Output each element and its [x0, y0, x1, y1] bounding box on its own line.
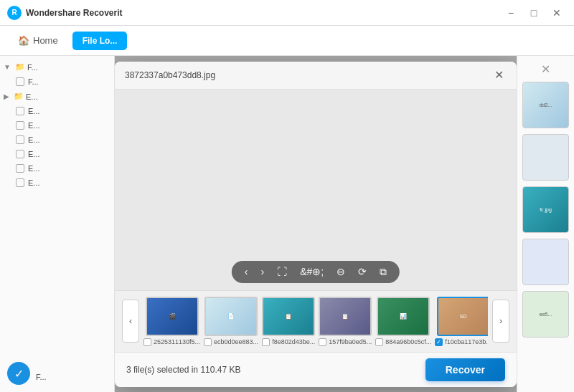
thumb-checkbox-6[interactable]: ✓: [435, 338, 443, 346]
right-thumb-1[interactable]: dd2...: [522, 82, 569, 128]
sidebar-checkbox-4[interactable]: [16, 107, 24, 115]
thumb-item-1: 🎬 2525311130f5...: [144, 297, 200, 346]
sidebar-item-3[interactable]: E...: [0, 118, 114, 133]
strip-next-button[interactable]: ›: [492, 300, 509, 343]
sidebar-item-2[interactable]: E...: [0, 104, 114, 118]
home-label: Home: [33, 35, 58, 46]
right-thumb-label-1: dd2...: [540, 102, 552, 107]
selected-info: 3 file(s) selected in 110.47 KB: [126, 365, 240, 375]
main-layout: ▼ 📁 F... F... ▶ 📁 E... E... E... E...: [0, 56, 574, 392]
thumb-item-6: SD ✓ f10cba117e3b...: [435, 297, 488, 346]
content-area: 3872337a0b473dd8.jpg ✕ V30: [115, 56, 517, 392]
thumb-checkbox-2[interactable]: [204, 338, 212, 346]
thumb-label-4: 157f9ba0ed5...: [329, 338, 372, 345]
sidebar-item-4[interactable]: E...: [0, 133, 114, 147]
app-title-bar: R Wondershare Recoverit − □ ✕: [0, 0, 574, 26]
thumb-checkbox-5[interactable]: [375, 338, 383, 346]
right-panel: ✕ dd2... fc.jpg ee5...: [517, 56, 574, 392]
modal-overlay: 3872337a0b473dd8.jpg ✕ V30: [115, 56, 517, 392]
sidebar-item-label-9: E...: [28, 178, 40, 187]
sidebar-item-label-7: E...: [28, 150, 40, 158]
thumb-image-4[interactable]: 📋: [319, 297, 372, 336]
right-thumb-2[interactable]: [522, 134, 569, 181]
fullscreen-button[interactable]: ⛶: [274, 264, 290, 279]
sidebar-item-7[interactable]: E...: [0, 176, 114, 190]
thumb-image-1[interactable]: 🎬: [146, 297, 199, 336]
zoom-out-button[interactable]: ⊖: [334, 264, 348, 279]
modal-bottom-bar: 3 file(s) selected in 110.47 KB Recover: [115, 352, 517, 387]
strip-prev-button[interactable]: ‹: [122, 300, 139, 343]
home-nav-button[interactable]: 🏠 Home: [11, 32, 65, 49]
sidebar-item-label-6: E...: [28, 135, 40, 144]
close-window-button[interactable]: ✕: [547, 5, 567, 21]
modal-close-button[interactable]: ✕: [491, 67, 507, 83]
preview-toolbar: ‹ › ⛶ &#⊕; ⊖ ⟳ ⧉: [232, 261, 400, 283]
strip-thumbs: 🎬 2525311130f5... 📄: [144, 297, 488, 346]
recover-button[interactable]: Recover: [425, 358, 505, 381]
app-logo: R Wondershare Recoverit: [7, 6, 501, 20]
right-thumb-3[interactable]: fc.jpg: [522, 186, 569, 233]
app-name: Wondershare Recoverit: [26, 8, 123, 18]
sidebar-group-2[interactable]: ▶ 📁 E...: [0, 89, 114, 104]
minimize-button[interactable]: −: [501, 5, 521, 21]
expand-arrow-icon: ▼: [4, 63, 11, 71]
sidebar-checkbox-7[interactable]: [16, 150, 24, 158]
thumb-item-4: 📋 157f9ba0ed5...: [319, 297, 372, 346]
thumb-checkbox-row-4: 157f9ba0ed5...: [319, 338, 372, 346]
thumb-item-5: 📊 884a96b0c5cf...: [375, 297, 431, 346]
zoom-in-button[interactable]: &#⊕;: [297, 264, 326, 279]
sidebar-item-1[interactable]: F...: [0, 75, 114, 89]
sidebar-checkbox-6[interactable]: [16, 135, 24, 144]
thumb-label-1: 2525311130f5...: [154, 338, 200, 345]
thumb-checkbox-4[interactable]: [319, 338, 326, 346]
right-panel-close-button[interactable]: ✕: [522, 62, 569, 76]
thumb-checkbox-3[interactable]: [262, 338, 270, 346]
sidebar-item-6[interactable]: E...: [0, 161, 114, 176]
nav-bar: 🏠 Home File Lo...: [0, 26, 574, 56]
window-controls: − □ ✕: [501, 5, 567, 21]
modal-filename: 3872337a0b473dd8.jpg: [125, 70, 215, 80]
modal-title-bar: 3872337a0b473dd8.jpg ✕: [115, 62, 517, 90]
prev-image-button[interactable]: ‹: [242, 264, 251, 279]
sidebar-checkbox-9[interactable]: [16, 178, 24, 187]
restore-button[interactable]: □: [524, 5, 544, 21]
sidebar-item-label-2: F...: [28, 77, 39, 86]
modal-preview-area: V30 94 MB/s SD XC 128GB: [115, 90, 517, 290]
sidebar-item-label-4: E...: [28, 107, 40, 115]
rotate-button[interactable]: ⟳: [355, 264, 370, 279]
right-thumb-label-5: ee5...: [540, 312, 552, 317]
expand-arrow-icon-2: ▶: [4, 92, 9, 100]
sidebar: ▼ 📁 F... F... ▶ 📁 E... E... E... E...: [0, 56, 115, 392]
sidebar-item-label-8: E...: [28, 164, 40, 173]
thumb-checkbox-row-3: f8e802d43be...: [262, 338, 315, 346]
sidebar-item-label-5: E...: [28, 121, 40, 130]
thumb-checkbox-1[interactable]: [144, 338, 151, 346]
right-thumb-4[interactable]: [522, 239, 569, 285]
status-text: F...: [36, 373, 47, 381]
sidebar-item-5[interactable]: E...: [0, 147, 114, 161]
sidebar-group-1[interactable]: ▼ 📁 F...: [0, 59, 114, 75]
copy-button[interactable]: ⧉: [377, 264, 390, 279]
file-location-button[interactable]: File Lo...: [72, 32, 128, 50]
thumb-image-6[interactable]: SD: [437, 297, 488, 336]
thumb-label-2: ecb0d0ee883...: [214, 338, 258, 345]
thumb-image-2[interactable]: 📄: [204, 297, 258, 336]
thumb-image-3[interactable]: 📋: [262, 297, 315, 336]
thumb-item-2: 📄 ecb0d0ee883...: [204, 297, 258, 346]
sidebar-checkbox-8[interactable]: [16, 164, 24, 173]
right-thumb-label-3: fc.jpg: [540, 207, 552, 212]
right-thumb-5[interactable]: ee5...: [522, 291, 569, 338]
preview-modal: 3872337a0b473dd8.jpg ✕ V30: [115, 62, 517, 387]
thumb-item-3: 📋 f8e802d43be...: [262, 297, 315, 346]
thumb-label-3: f8e802d43be...: [272, 338, 315, 345]
sidebar-checkbox-2[interactable]: [16, 77, 24, 86]
status-check-icon: ✓: [7, 362, 30, 385]
sidebar-checkbox-5[interactable]: [16, 121, 24, 130]
thumb-checkbox-row-5: 884a96b0c5cf...: [375, 338, 431, 346]
thumb-image-5[interactable]: 📊: [377, 297, 430, 336]
thumb-checkbox-row-2: ecb0d0ee883...: [204, 338, 258, 346]
thumb-label-6: f10cba117e3b...: [445, 338, 488, 345]
home-icon: 🏠: [18, 35, 29, 46]
next-image-button[interactable]: ›: [258, 264, 267, 279]
app-icon: R: [7, 6, 22, 20]
